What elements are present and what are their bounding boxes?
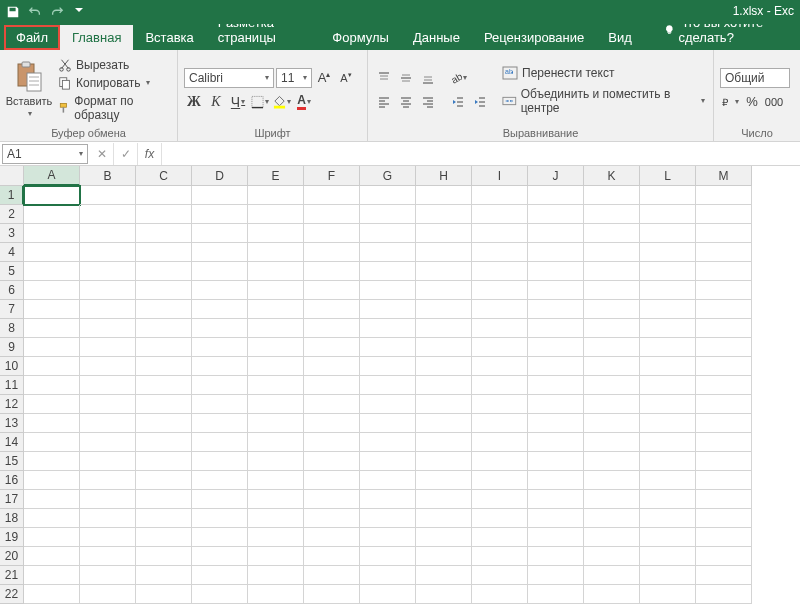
cell[interactable] [248,414,304,433]
cell[interactable] [248,262,304,281]
cell[interactable] [696,471,752,490]
cell[interactable] [248,433,304,452]
merge-center-button[interactable]: Объединить и поместить в центре▾ [500,86,707,116]
tab-data[interactable]: Данные [401,25,472,50]
cell[interactable] [696,547,752,566]
row-header[interactable]: 21 [0,566,24,585]
cell[interactable] [360,186,416,205]
cell[interactable] [584,433,640,452]
cell[interactable] [360,300,416,319]
cell[interactable] [528,357,584,376]
cell[interactable] [304,281,360,300]
cell[interactable] [136,395,192,414]
tab-home[interactable]: Главная [60,25,133,50]
format-painter-button[interactable]: Формат по образцу [56,93,171,123]
cell[interactable] [248,186,304,205]
cell[interactable] [360,262,416,281]
cell[interactable] [472,566,528,585]
cell[interactable] [24,528,80,547]
cell[interactable] [696,243,752,262]
cell[interactable] [248,547,304,566]
cell[interactable] [360,471,416,490]
cell[interactable] [696,566,752,585]
cell[interactable] [80,224,136,243]
orientation-button[interactable]: ab▾ [448,68,468,88]
cell[interactable] [528,509,584,528]
cell[interactable] [136,509,192,528]
cell[interactable] [360,414,416,433]
cell[interactable] [80,300,136,319]
align-right-button[interactable] [418,92,438,112]
cell[interactable] [416,338,472,357]
cell[interactable] [528,471,584,490]
cell[interactable] [360,281,416,300]
cell[interactable] [584,186,640,205]
cell[interactable] [472,376,528,395]
row-header[interactable]: 7 [0,300,24,319]
accounting-format-button[interactable]: ₽▾ [720,92,740,112]
cell[interactable] [136,281,192,300]
cell[interactable] [472,243,528,262]
cell[interactable] [640,528,696,547]
cell[interactable] [584,300,640,319]
cell[interactable] [80,471,136,490]
cell[interactable] [136,528,192,547]
cell[interactable] [248,376,304,395]
cell[interactable] [472,452,528,471]
percent-format-button[interactable]: % [742,92,762,112]
cell[interactable] [192,376,248,395]
cell[interactable] [80,205,136,224]
cell[interactable] [80,433,136,452]
cell[interactable] [192,205,248,224]
row-header[interactable]: 14 [0,433,24,452]
row-header[interactable]: 16 [0,471,24,490]
cell[interactable] [304,433,360,452]
cell[interactable] [136,471,192,490]
cell[interactable] [24,452,80,471]
tab-file[interactable]: Файл [4,25,60,50]
cell[interactable] [528,547,584,566]
cell[interactable] [248,281,304,300]
row-header[interactable]: 11 [0,376,24,395]
row-header[interactable]: 15 [0,452,24,471]
cell[interactable] [192,414,248,433]
tab-insert[interactable]: Вставка [133,25,205,50]
cell[interactable] [24,547,80,566]
row-header[interactable]: 2 [0,205,24,224]
underline-button[interactable]: Ч▾ [228,92,248,112]
select-all-corner[interactable] [0,166,24,186]
cell[interactable] [192,528,248,547]
cell[interactable] [304,300,360,319]
cell[interactable] [360,376,416,395]
cell[interactable] [80,338,136,357]
cell[interactable] [696,262,752,281]
column-header[interactable]: J [528,166,584,186]
column-header[interactable]: B [80,166,136,186]
cell[interactable] [640,338,696,357]
cell[interactable] [80,509,136,528]
cell[interactable] [304,566,360,585]
column-header[interactable]: L [640,166,696,186]
row-header[interactable]: 6 [0,281,24,300]
cell[interactable] [24,186,80,205]
cell[interactable] [192,585,248,604]
cell[interactable] [24,338,80,357]
cell[interactable] [696,528,752,547]
row-header[interactable]: 22 [0,585,24,604]
row-header[interactable]: 5 [0,262,24,281]
borders-button[interactable]: ▾ [250,92,270,112]
cell[interactable] [360,547,416,566]
font-size-combo[interactable]: 11▾ [276,68,312,88]
tab-view[interactable]: Вид [596,25,644,50]
cell[interactable] [136,414,192,433]
cell[interactable] [192,547,248,566]
bold-button[interactable]: Ж [184,92,204,112]
cell[interactable] [640,433,696,452]
cell[interactable] [304,452,360,471]
align-top-button[interactable] [374,68,394,88]
cell[interactable] [136,262,192,281]
cell[interactable] [24,376,80,395]
cell[interactable] [304,471,360,490]
cell[interactable] [192,395,248,414]
cell[interactable] [136,300,192,319]
